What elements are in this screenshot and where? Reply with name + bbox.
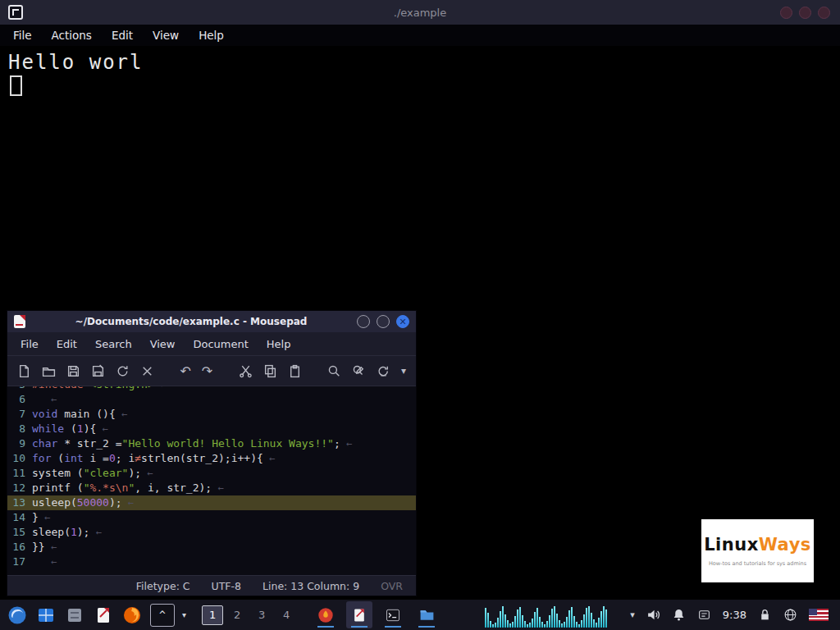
firefox-launcher[interactable] <box>121 605 143 626</box>
open-file-button[interactable] <box>42 363 56 378</box>
system-tray: ▾ 9:38 <box>630 608 833 622</box>
open-folder-icon <box>42 364 56 378</box>
editor-viewport[interactable]: 5#include <string.h> ←6 ←7void main (){ … <box>7 386 416 575</box>
launcher-dropdown-arrow[interactable]: ▾ <box>182 610 186 619</box>
dropdown-terminal-launcher[interactable]: ^ <box>150 604 175 627</box>
file-manager-launcher[interactable] <box>64 605 85 626</box>
menu-view[interactable]: View <box>153 29 179 42</box>
cut-button[interactable] <box>239 363 253 378</box>
status-overwrite-mode[interactable]: OVR <box>381 580 403 592</box>
globe-icon[interactable] <box>783 608 797 622</box>
visualizer-bar <box>546 621 548 628</box>
terminal-maximize-button[interactable] <box>799 7 811 19</box>
visualizer-bar <box>551 609 553 628</box>
line-ending-icon: ← <box>154 386 166 390</box>
menu-edit[interactable]: Edit <box>57 338 77 350</box>
terminal-close-button[interactable] <box>818 7 830 19</box>
notification-bell-icon[interactable] <box>672 608 686 622</box>
code-line-17[interactable]: 17 ← <box>7 555 416 569</box>
mousepad-statusbar: Filetype: C UTF-8 Line: 13 Column: 9 OVR <box>7 575 416 596</box>
mousepad-launcher[interactable] <box>93 605 114 626</box>
line-number: 7 <box>7 407 25 422</box>
workspace-4[interactable]: 4 <box>276 605 297 625</box>
code-line-14[interactable]: 14} ← <box>7 510 416 525</box>
code-line-5[interactable]: 5#include <string.h> ← <box>7 386 416 392</box>
redo-button[interactable]: ↷ <box>202 363 212 378</box>
save-button[interactable] <box>66 363 80 378</box>
visualizer-bar <box>586 608 587 628</box>
menu-file[interactable]: File <box>13 29 32 42</box>
status-filetype[interactable]: Filetype: C <box>136 580 190 592</box>
menu-file[interactable]: File <box>21 338 39 350</box>
visualizer-bar <box>524 621 526 628</box>
undo-button[interactable]: ↶ <box>180 363 190 378</box>
visualizer-bar <box>573 616 575 628</box>
visualizer-bar <box>603 606 605 628</box>
visualizer-bar <box>529 623 531 628</box>
visualizer-bar <box>497 618 499 628</box>
mousepad-titlebar[interactable]: ~/Documents/code/example.c - Mousepad ✕ <box>7 311 416 332</box>
taskbar-window-terminal[interactable] <box>380 601 406 628</box>
us-flag-keyboard-layout[interactable] <box>809 609 829 621</box>
workspace-1[interactable]: 1 <box>202 605 223 625</box>
code-line-10[interactable]: 10for (int i =0; i≠strlen(str_2);i++){ ← <box>7 451 416 466</box>
menu-help[interactable]: Help <box>267 338 291 350</box>
mousepad-maximize-button[interactable] <box>377 315 390 328</box>
save-as-button[interactable] <box>91 363 105 378</box>
code-line-7[interactable]: 7void main (){ ← <box>7 407 416 422</box>
volume-icon[interactable] <box>646 608 660 622</box>
copy-button[interactable] <box>263 363 277 378</box>
reload-button[interactable] <box>116 363 130 378</box>
visualizer-bar <box>487 613 489 628</box>
visualizer-bar <box>527 624 528 628</box>
firefox-icon <box>122 605 142 625</box>
red-app-icon <box>317 606 335 624</box>
find-replace-button[interactable] <box>352 363 366 378</box>
taskbar-window-filemanager[interactable] <box>413 601 440 628</box>
code-line-12[interactable]: 12printf ("%.*s\n", i, str_2); ← <box>7 481 416 495</box>
mousepad-minimize-button[interactable] <box>357 315 370 328</box>
terminal-titlebar[interactable]: ./example <box>0 0 840 25</box>
visualizer-bar <box>568 610 570 628</box>
menu-view[interactable]: View <box>150 338 176 350</box>
incremental-search-button[interactable] <box>377 363 390 378</box>
code-line-13[interactable]: 13usleep(50000); ← <box>7 495 416 510</box>
visualizer-bar <box>583 614 585 628</box>
toolbar-overflow-button[interactable]: ▾ <box>401 365 406 377</box>
menu-actions[interactable]: Actions <box>52 29 92 42</box>
indicator-icon[interactable] <box>697 608 711 622</box>
window-switcher-icon[interactable] <box>35 605 57 626</box>
workspace-2[interactable]: 2 <box>226 605 248 625</box>
applications-menu-button[interactable] <box>7 605 28 626</box>
code-line-15[interactable]: 15sleep(1); ← <box>7 525 416 540</box>
code-line-8[interactable]: 8while (1){ ← <box>7 422 416 436</box>
taskbar-window-mousepad[interactable] <box>346 601 372 628</box>
close-file-button[interactable] <box>140 363 154 378</box>
visualizer-bar <box>541 622 543 628</box>
tray-dropdown-arrow[interactable]: ▾ <box>630 609 635 620</box>
workspace-3[interactable]: 3 <box>251 605 272 625</box>
visualizer-bar <box>571 607 573 628</box>
code-line-9[interactable]: 9char * str_2 ="Hello world! Hello Linux… <box>7 436 416 451</box>
code-line-6[interactable]: 6 ← <box>7 392 416 407</box>
logo-text: LinuxWays <box>704 535 811 555</box>
code-line-16[interactable]: 16}} ← <box>7 540 416 555</box>
save-as-icon <box>91 364 105 378</box>
menu-help[interactable]: Help <box>199 29 224 42</box>
menu-search[interactable]: Search <box>95 338 132 350</box>
find-button[interactable] <box>327 363 341 378</box>
clock[interactable]: 9:38 <box>723 609 746 621</box>
new-file-button[interactable] <box>17 363 31 378</box>
status-encoding[interactable]: UTF-8 <box>212 580 241 592</box>
line-ending-icon: ← <box>263 453 275 464</box>
menu-document[interactable]: Document <box>193 338 248 350</box>
paste-button[interactable] <box>288 363 302 378</box>
menu-edit[interactable]: Edit <box>112 29 133 42</box>
search-loop-icon <box>377 364 390 378</box>
visualizer-bar <box>512 622 514 628</box>
lock-icon[interactable] <box>758 608 772 622</box>
code-line-11[interactable]: 11system ("clear"); ← <box>7 466 416 481</box>
terminal-minimize-button[interactable] <box>780 7 792 19</box>
taskbar-window-app[interactable] <box>313 601 339 628</box>
mousepad-close-button[interactable]: ✕ <box>396 315 409 328</box>
